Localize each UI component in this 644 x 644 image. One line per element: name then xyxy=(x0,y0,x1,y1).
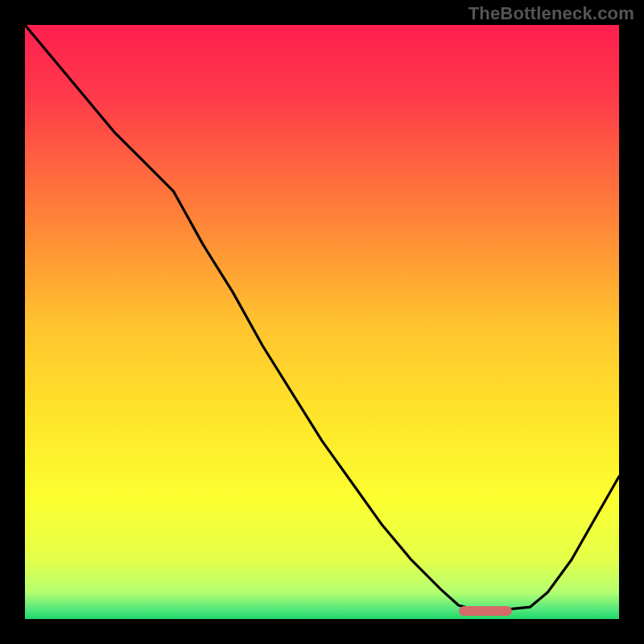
bottleneck-curve xyxy=(25,25,619,619)
plot-area xyxy=(25,25,619,619)
watermark-text: TheBottleneck.com xyxy=(469,3,634,24)
optimum-marker xyxy=(459,606,512,616)
chart-frame: TheBottleneck.com xyxy=(0,0,644,644)
